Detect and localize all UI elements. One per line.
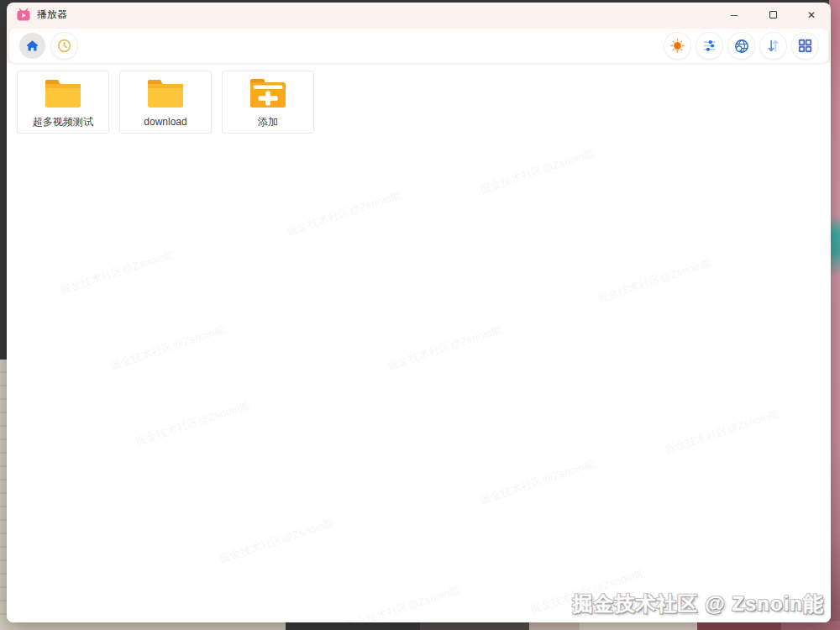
faint-watermark: 掘金技术社区@Zsnoin能 bbox=[596, 255, 715, 306]
sort-button[interactable] bbox=[760, 33, 786, 59]
faint-watermark: 掘金技术社区@Zsnoin能 bbox=[386, 322, 505, 373]
folder-icon bbox=[43, 77, 83, 109]
add-folder-icon bbox=[248, 77, 288, 109]
faint-watermark: 掘金技术社区@Zsnoin能 bbox=[58, 246, 177, 297]
filter-button[interactable] bbox=[696, 33, 722, 59]
faint-watermark: 掘金技术社区@Zsnoin能 bbox=[478, 145, 597, 197]
player-app-window: 播放器 ─ ✕ bbox=[7, 3, 831, 622]
folder-item[interactable]: 超多视频测试 bbox=[17, 71, 109, 134]
add-folder-item[interactable]: 添加 bbox=[222, 71, 314, 134]
folder-label: download bbox=[144, 117, 186, 127]
titlebar: 播放器 ─ ✕ bbox=[7, 3, 831, 27]
sun-icon bbox=[669, 38, 685, 54]
faint-watermark: 掘金技术社区@Zsnoin能 bbox=[108, 322, 228, 373]
clock-icon bbox=[56, 38, 72, 54]
theme-button[interactable] bbox=[664, 33, 690, 59]
faint-watermark: 掘金技术社区@Zsnoin能 bbox=[218, 515, 337, 566]
sort-arrows-icon bbox=[765, 38, 781, 54]
community-watermark: 掘金技术社区 @ Zsnoin能 bbox=[573, 591, 824, 617]
faint-watermark: 掘金技术社区@Zsnoin能 bbox=[344, 582, 463, 622]
network-button[interactable] bbox=[728, 33, 754, 59]
folder-label: 超多视频测试 bbox=[33, 117, 93, 127]
globe-search-icon bbox=[733, 38, 750, 55]
folder-icon bbox=[145, 77, 186, 109]
faint-watermark: 掘金技术社区@Zsnoin能 bbox=[478, 456, 597, 507]
history-button[interactable] bbox=[51, 33, 77, 59]
folder-grid: 超多视频测试 download 添加 掘金技术社区@Zsnoin能 掘金技术 bbox=[7, 63, 831, 622]
window-controls: ─ ✕ bbox=[715, 3, 831, 27]
window-title: 播放器 bbox=[37, 8, 67, 22]
sliders-icon bbox=[701, 38, 717, 54]
home-icon bbox=[25, 39, 39, 53]
faint-watermark: 掘金技术社区@Zsnoin能 bbox=[285, 187, 404, 239]
grid-icon bbox=[797, 38, 813, 54]
close-button[interactable]: ✕ bbox=[792, 3, 831, 27]
add-folder-label: 添加 bbox=[258, 117, 278, 127]
maximize-button[interactable] bbox=[753, 3, 792, 27]
close-icon: ✕ bbox=[807, 9, 816, 21]
faint-watermark: 掘金技术社区@Zsnoin能 bbox=[663, 406, 782, 457]
minimize-icon: ─ bbox=[731, 9, 738, 21]
toolbar-left-group bbox=[19, 33, 77, 59]
toolbar bbox=[9, 29, 828, 63]
folder-item[interactable]: download bbox=[119, 71, 212, 134]
home-button[interactable] bbox=[19, 33, 45, 59]
layout-grid-button[interactable] bbox=[792, 33, 818, 59]
faint-watermark: 掘金技术社区@Zsnoin能 bbox=[134, 397, 253, 449]
maximize-icon bbox=[769, 11, 777, 18]
toolbar-right-group bbox=[664, 33, 818, 59]
app-icon bbox=[17, 8, 30, 22]
minimize-button[interactable]: ─ bbox=[715, 3, 753, 27]
